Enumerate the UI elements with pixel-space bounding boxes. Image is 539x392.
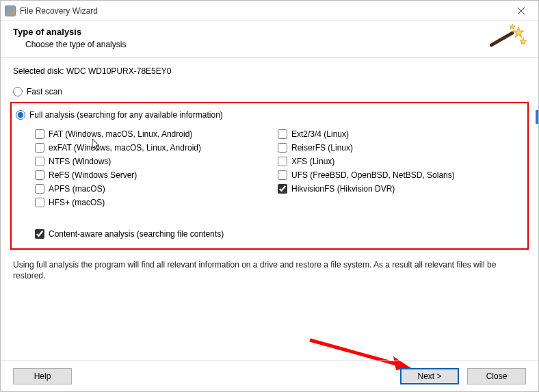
chk-ufs-label[interactable]: UFS (FreeBSD, OpenBSD, NetBSD, Solaris) xyxy=(291,170,455,180)
window-title: File Recovery Wizard xyxy=(20,6,505,16)
window-close-button[interactable] xyxy=(505,1,537,21)
chk-ntfs[interactable] xyxy=(35,157,44,166)
page-subtitle: Choose the type of analysis xyxy=(25,40,526,49)
wizard-header: Type of analysis Choose the type of anal… xyxy=(1,21,538,58)
wizard-wand-icon xyxy=(486,23,527,55)
radio-fast-scan[interactable] xyxy=(13,87,23,96)
chk-hfsplus-label[interactable]: HFS+ (macOS) xyxy=(49,198,105,207)
svg-marker-5 xyxy=(510,24,515,29)
chk-reiserfs[interactable] xyxy=(278,143,287,153)
chk-xfs-label[interactable]: XFS (Linux) xyxy=(291,157,334,166)
chk-ext-label[interactable]: Ext2/3/4 (Linux) xyxy=(291,129,349,139)
chk-apfs[interactable] xyxy=(35,184,44,194)
close-icon xyxy=(518,8,525,14)
right-edge-hint xyxy=(536,110,538,124)
hint-text: Using full analysis the program will fin… xyxy=(13,259,526,281)
chk-hfsplus[interactable] xyxy=(35,198,44,207)
radio-full-analysis-label[interactable]: Full analysis (searching for any availab… xyxy=(29,110,223,120)
chk-refs[interactable] xyxy=(35,170,44,180)
svg-marker-4 xyxy=(520,38,527,44)
chk-hikvisionfs[interactable] xyxy=(278,184,287,194)
chk-content-aware[interactable] xyxy=(35,229,44,239)
chk-ufs[interactable] xyxy=(278,170,287,180)
chk-exfat-label[interactable]: exFAT (Windows, macOS, Linux, Android) xyxy=(49,143,201,153)
next-button[interactable]: Next > xyxy=(400,368,459,384)
chk-fat-label[interactable]: FAT (Windows, macOS, Linux, Android) xyxy=(49,129,192,139)
chk-hikvisionfs-label[interactable]: HikvisionFS (Hikvision DVR) xyxy=(291,184,395,194)
svg-marker-3 xyxy=(513,27,524,38)
svg-rect-2 xyxy=(489,31,514,47)
radio-fast-scan-label[interactable]: Fast scan xyxy=(27,87,62,96)
chk-content-aware-label[interactable]: Content-aware analysis (searching file c… xyxy=(49,229,224,239)
chk-apfs-label[interactable]: APFS (macOS) xyxy=(49,184,105,194)
help-button[interactable]: Help xyxy=(13,368,72,384)
title-bar: File Recovery Wizard xyxy=(1,1,538,21)
filesystem-columns: FAT (Windows, macOS, Linux, Android) exF… xyxy=(35,125,521,211)
selected-disk-label: Selected disk: WDC WD10PURX-78E5EY0 xyxy=(13,66,526,76)
chk-reiserfs-label[interactable]: ReiserFS (Linux) xyxy=(291,143,353,153)
filesystem-col-left: FAT (Windows, macOS, Linux, Android) exF… xyxy=(35,125,278,211)
full-analysis-highlight: Full analysis (searching for any availab… xyxy=(10,102,529,250)
radio-fast-scan-row: Fast scan xyxy=(13,87,526,96)
chk-exfat[interactable] xyxy=(35,143,44,153)
radio-full-analysis-row: Full analysis (searching for any availab… xyxy=(16,110,521,120)
wizard-body: Selected disk: WDC WD10PURX-78E5EY0 Fast… xyxy=(1,58,538,281)
page-title: Type of analysis xyxy=(13,27,526,37)
wizard-footer: Help Next > Close xyxy=(1,361,538,391)
chk-fat[interactable] xyxy=(35,129,44,139)
close-button[interactable]: Close xyxy=(467,368,526,384)
chk-ext[interactable] xyxy=(278,129,287,139)
chk-xfs[interactable] xyxy=(278,157,287,166)
filesystem-col-right: Ext2/3/4 (Linux) ReiserFS (Linux) XFS (L… xyxy=(278,125,521,211)
app-icon xyxy=(5,5,16,16)
chk-refs-label[interactable]: ReFS (Windows Server) xyxy=(49,170,137,180)
radio-full-analysis[interactable] xyxy=(16,110,25,120)
chk-ntfs-label[interactable]: NTFS (Windows) xyxy=(49,157,111,166)
